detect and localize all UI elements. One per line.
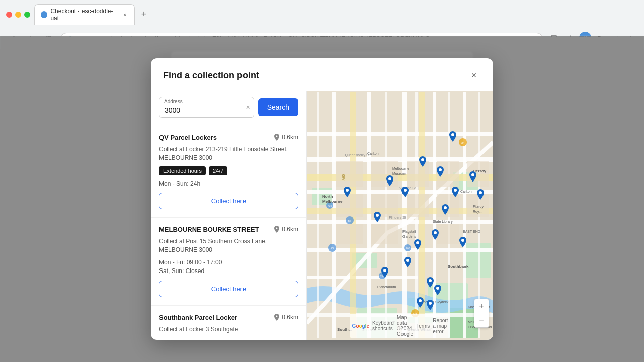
modal-close-button[interactable]: × bbox=[467, 68, 481, 82]
map-attribution: Google Keyboard shortcuts Map data ©2024… bbox=[350, 314, 450, 338]
map-container[interactable]: Queensberry St Victoria St Flinders St A… bbox=[307, 90, 493, 340]
location-name-3: Southbank Parcel Locker bbox=[159, 314, 270, 321]
svg-text:Flagstaff: Flagstaff bbox=[403, 230, 416, 234]
zoom-in-button[interactable]: + bbox=[474, 299, 489, 313]
svg-rect-40 bbox=[407, 161, 429, 187]
svg-point-88 bbox=[404, 189, 407, 192]
modal-body: Address × Search QV Parcel Lockers bbox=[151, 90, 493, 340]
map-svg: Queensberry St Victoria St Flinders St A… bbox=[307, 90, 493, 340]
svg-text:Gardens: Gardens bbox=[403, 235, 416, 238]
svg-point-104 bbox=[471, 173, 474, 176]
search-button[interactable]: Search bbox=[258, 98, 298, 116]
svg-point-0 bbox=[42, 12, 47, 17]
svg-text:35: 35 bbox=[331, 247, 334, 250]
badge-24-7: 24/7 bbox=[209, 166, 227, 175]
active-tab[interactable]: Checkout - esc-doddle-uat × bbox=[34, 4, 135, 25]
svg-rect-17 bbox=[307, 276, 418, 279]
tab-favicon bbox=[41, 11, 47, 18]
google-logo: Google bbox=[352, 323, 369, 329]
report-map-error[interactable]: Report a map error bbox=[433, 318, 448, 334]
svg-point-103 bbox=[451, 133, 454, 136]
svg-point-94 bbox=[444, 206, 447, 209]
svg-rect-21 bbox=[367, 92, 371, 338]
location-name-2: MELBOURNE BOURKE STREET bbox=[159, 226, 270, 233]
location-distance-2: 0.6km bbox=[274, 226, 298, 233]
svg-text:Melbourne: Melbourne bbox=[392, 167, 409, 170]
svg-rect-34 bbox=[336, 161, 363, 187]
svg-rect-22 bbox=[403, 92, 407, 338]
badge-extended-hours: Extended hours bbox=[159, 166, 206, 175]
svg-point-97 bbox=[383, 269, 386, 272]
location-item-bourke[interactable]: MELBOURNE BOURKE STREET 0.6km Collect at… bbox=[151, 218, 306, 305]
svg-point-107 bbox=[461, 239, 464, 242]
svg-rect-20 bbox=[332, 92, 336, 338]
collection-point-modal: Find a collection point × Address × Sear… bbox=[151, 58, 493, 340]
svg-point-95 bbox=[454, 189, 457, 192]
svg-point-93 bbox=[416, 241, 419, 244]
svg-text:A60: A60 bbox=[406, 247, 410, 250]
svg-rect-39 bbox=[371, 224, 398, 244]
collect-here-button-2[interactable]: Collect here bbox=[159, 281, 298, 297]
svg-text:Carlton: Carlton bbox=[460, 190, 472, 193]
svg-text:Roy...: Roy... bbox=[473, 210, 482, 214]
tab-close-button[interactable]: × bbox=[122, 11, 128, 18]
svg-point-106 bbox=[346, 189, 349, 192]
svg-point-89 bbox=[421, 158, 424, 161]
location-address: Collect at Locker 213-219 Little Lonsdal… bbox=[159, 145, 298, 162]
tab-title: Checkout - esc-doddle-uat bbox=[50, 8, 118, 22]
svg-rect-35 bbox=[336, 194, 363, 217]
location-address-2: Collect at Post 15 Southern Cross Lane, … bbox=[159, 237, 298, 254]
pin-icon-3 bbox=[274, 314, 280, 321]
address-input-wrapper: Address × bbox=[159, 97, 254, 118]
location-header-3: Southbank Parcel Locker 0.6km bbox=[159, 314, 298, 321]
location-name: QV Parcel Lockers bbox=[159, 134, 270, 141]
location-hours: Mon - Sun: 24h bbox=[159, 179, 298, 188]
maximize-window-button[interactable] bbox=[24, 12, 30, 18]
address-label: Address bbox=[164, 99, 183, 104]
keyboard-shortcuts[interactable]: Keyboard shortcuts bbox=[372, 320, 394, 331]
location-item-southbank[interactable]: Southbank Parcel Locker 0.6km Collect at… bbox=[151, 306, 306, 340]
svg-text:State Library: State Library bbox=[433, 220, 453, 224]
minimize-window-button[interactable] bbox=[15, 12, 21, 18]
clear-input-button[interactable]: × bbox=[246, 103, 250, 111]
svg-point-99 bbox=[436, 287, 439, 290]
map-terms[interactable]: Terms bbox=[416, 323, 430, 329]
map-data-copyright: Map data ©2024 Google bbox=[397, 315, 413, 337]
svg-text:34: 34 bbox=[461, 141, 465, 144]
tab-bar: Checkout - esc-doddle-uat × + bbox=[34, 4, 638, 25]
svg-text:EAST END: EAST END bbox=[463, 230, 480, 233]
left-panel: Address × Search QV Parcel Lockers bbox=[151, 90, 307, 340]
location-distance: 0.6km bbox=[274, 134, 298, 141]
zoom-out-button[interactable]: − bbox=[474, 313, 489, 327]
svg-point-90 bbox=[388, 177, 391, 180]
close-window-button[interactable] bbox=[6, 12, 12, 18]
modal-title: Find a collection point bbox=[163, 70, 259, 81]
svg-text:Fitzroy: Fitzroy bbox=[473, 205, 484, 209]
svg-point-98 bbox=[429, 279, 432, 282]
new-tab-button[interactable]: + bbox=[137, 8, 151, 22]
location-header-2: MELBOURNE BOURKE STREET 0.6km bbox=[159, 226, 298, 233]
map-zoom-controls: + − bbox=[474, 299, 489, 328]
svg-point-102 bbox=[439, 168, 442, 171]
location-item-qv[interactable]: QV Parcel Lockers 0.6km Collect at Locke… bbox=[151, 126, 306, 218]
svg-text:55: 55 bbox=[348, 219, 352, 222]
modal-overlay[interactable]: Find a collection point × Address × Sear… bbox=[0, 36, 644, 362]
svg-text:Museum: Museum bbox=[392, 172, 406, 175]
svg-rect-36 bbox=[336, 224, 363, 244]
svg-rect-25 bbox=[317, 92, 319, 338]
svg-point-101 bbox=[429, 302, 432, 305]
svg-point-96 bbox=[406, 259, 409, 262]
location-header: QV Parcel Lockers 0.6km bbox=[159, 134, 298, 141]
svg-text:Planetarium: Planetarium bbox=[377, 285, 396, 289]
svg-text:North: North bbox=[322, 194, 333, 199]
pin-icon-2 bbox=[274, 226, 280, 233]
svg-point-91 bbox=[376, 214, 379, 217]
search-row: Address × Search bbox=[159, 97, 298, 118]
svg-text:A60: A60 bbox=[342, 174, 345, 181]
svg-text:Queensberry St: Queensberry St bbox=[345, 153, 369, 157]
collect-here-button-1[interactable]: Collect here bbox=[159, 193, 298, 209]
svg-rect-44 bbox=[437, 224, 459, 244]
location-hours-2: Mon - Fri: 09:00 - 17:00Sat, Sun: Closed bbox=[159, 258, 298, 276]
search-area: Address × Search bbox=[151, 90, 306, 126]
svg-rect-41 bbox=[407, 194, 429, 217]
